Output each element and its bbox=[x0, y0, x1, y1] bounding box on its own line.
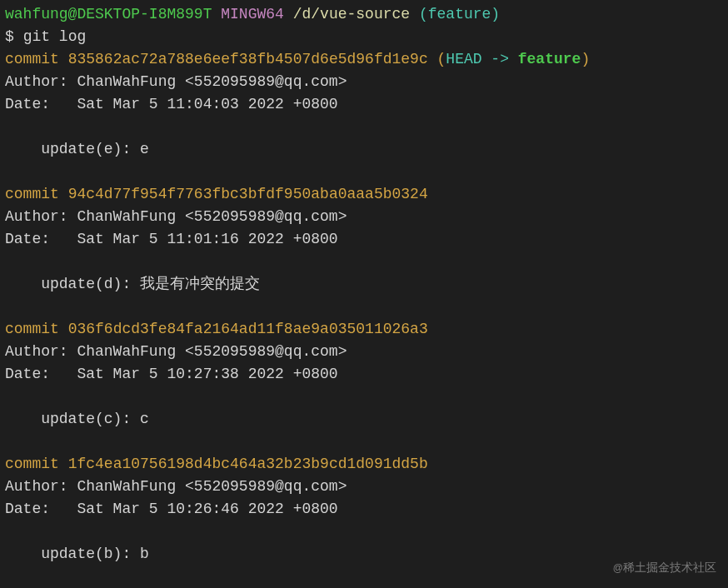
author-line: Author: ChanWahFung <552095989@qq.com> bbox=[5, 476, 723, 498]
user-host: wahfung@DESKTOP-I8M899T bbox=[5, 6, 212, 22]
ref-close: ) bbox=[581, 51, 590, 67]
cwd-path: /d/vue-source bbox=[293, 6, 410, 22]
branch-ref: feature bbox=[518, 51, 581, 67]
commit-entry: commit 94c4d77f954f7763fbc3bfdf950aba0aa… bbox=[5, 183, 723, 318]
author-line: Author: ChanWahFung <552095989@qq.com> bbox=[5, 71, 723, 93]
command-line: $ git log bbox=[5, 26, 723, 48]
commit-entry: commit 036f6dcd3fe84fa2164ad11f8ae9a0350… bbox=[5, 318, 723, 453]
commit-message: update(d): 我是有冲突的提交 bbox=[5, 273, 723, 296]
ref-open: ( bbox=[437, 51, 446, 67]
mingw-label: MINGW64 bbox=[221, 6, 284, 22]
blank-line bbox=[5, 296, 723, 318]
blank-line bbox=[5, 251, 723, 273]
commit-hash: 835862ac72a788e6eef38fb4507d6e5d96fd1e9c bbox=[68, 51, 428, 67]
terminal-output: wahfung@DESKTOP-I8M899T MINGW64 /d/vue-s… bbox=[5, 3, 723, 566]
watermark: @稀土掘金技术社区 bbox=[613, 559, 716, 576]
commit-label: commit bbox=[5, 51, 68, 67]
blank-line bbox=[5, 386, 723, 408]
commit-entry: commit 1fc4ea10756198d4bc464a32b23b9cd1d… bbox=[5, 453, 723, 566]
author-line: Author: ChanWahFung <552095989@qq.com> bbox=[5, 206, 723, 228]
commit-line: commit 036f6dcd3fe84fa2164ad11f8ae9a0350… bbox=[5, 318, 723, 341]
branch-indicator: (feature) bbox=[419, 6, 500, 22]
commit-entry: commit 835862ac72a788e6eef38fb4507d6e5d9… bbox=[5, 48, 723, 183]
commit-message: update(c): c bbox=[5, 408, 723, 431]
commit-hash: 94c4d77f954f7763fbc3bfdf950aba0aaa5b0324 bbox=[68, 186, 428, 202]
author-line: Author: ChanWahFung <552095989@qq.com> bbox=[5, 341, 723, 363]
commit-label: commit bbox=[5, 321, 68, 337]
head-ref: HEAD -> bbox=[446, 51, 509, 67]
commit-message: update(e): e bbox=[5, 138, 723, 161]
blank-line bbox=[5, 161, 723, 183]
prompt-dollar: $ bbox=[5, 28, 14, 45]
blank-line bbox=[5, 521, 723, 543]
command-text: git log bbox=[23, 28, 87, 45]
commit-hash: 1fc4ea10756198d4bc464a32b23b9cd1d091dd5b bbox=[68, 456, 428, 472]
date-line: Date: Sat Mar 5 11:01:16 2022 +0800 bbox=[5, 228, 723, 251]
commit-line: commit 835862ac72a788e6eef38fb4507d6e5d9… bbox=[5, 48, 723, 71]
commit-label: commit bbox=[5, 456, 68, 472]
commit-line: commit 1fc4ea10756198d4bc464a32b23b9cd1d… bbox=[5, 453, 723, 476]
commit-label: commit bbox=[5, 186, 68, 202]
date-line: Date: Sat Mar 5 10:26:46 2022 +0800 bbox=[5, 498, 723, 521]
commit-line: commit 94c4d77f954f7763fbc3bfdf950aba0aa… bbox=[5, 183, 723, 206]
date-line: Date: Sat Mar 5 11:04:03 2022 +0800 bbox=[5, 93, 723, 116]
prompt-line: wahfung@DESKTOP-I8M899T MINGW64 /d/vue-s… bbox=[5, 3, 723, 26]
blank-line bbox=[5, 116, 723, 138]
date-line: Date: Sat Mar 5 10:27:38 2022 +0800 bbox=[5, 363, 723, 386]
blank-line bbox=[5, 431, 723, 453]
watermark-text: 稀土掘金技术社区 bbox=[623, 561, 716, 574]
commit-hash: 036f6dcd3fe84fa2164ad11f8ae9a035011026a3 bbox=[68, 321, 428, 337]
